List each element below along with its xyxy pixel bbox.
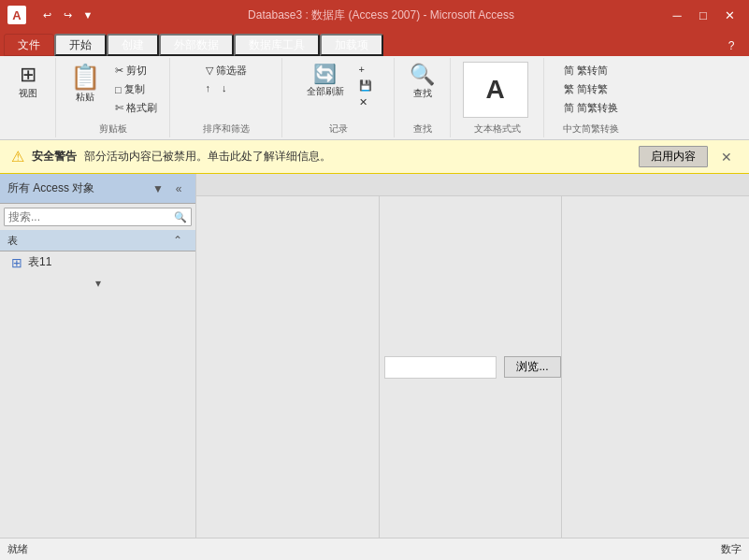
status-ready: 就绪 (7, 542, 28, 556)
filter-label: 排序和筛选 (203, 122, 250, 136)
status-right: 数字 (721, 542, 742, 556)
file-path-input[interactable] (384, 356, 497, 379)
quick-access: ↩ ↪ ▼ (37, 6, 97, 24)
nav-section-label: 表 (7, 234, 18, 248)
delete-record-button[interactable]: ✕ (354, 94, 377, 110)
vertical-divider-2 (561, 196, 562, 538)
asc-sort-button[interactable]: ↑ (201, 80, 216, 95)
simp-to-trad-button[interactable]: 繁 简转繁 (559, 80, 623, 98)
desc-icon: ↓ (222, 82, 227, 93)
window-controls: ─ □ ✕ (665, 5, 742, 25)
find-label-group: 查找 (413, 122, 432, 136)
help-button[interactable]: ? (721, 36, 742, 56)
security-bar: ⚠ 安全警告 部分活动内容已被禁用。单击此处了解详细信息。 启用内容 ✕ (0, 140, 749, 174)
clipboard-label: 剪贴板 (99, 122, 127, 136)
asc-icon: ↑ (206, 82, 211, 93)
refresh-button[interactable]: 🔄 全部刷新 (300, 62, 351, 101)
tab-create[interactable]: 创建 (107, 34, 159, 56)
security-label: 安全警告 (32, 149, 77, 165)
nav-section-header: 表 ⌃ (0, 230, 195, 251)
tab-home[interactable]: 开始 (54, 34, 107, 56)
records-group-content: 🔄 全部刷新 + 💾 ✕ (300, 62, 377, 121)
nav-dropdown-button[interactable]: ▼ (149, 179, 167, 198)
copy-button[interactable]: □ 复制 (110, 80, 162, 98)
paste-label: 粘贴 (76, 91, 94, 104)
view-icon: ⊞ (20, 65, 36, 85)
content-tabs-bar (196, 174, 749, 196)
redo-button[interactable]: ↪ (58, 6, 77, 24)
list-item[interactable]: ⊞ 表11 (0, 251, 195, 273)
view-group-content: ⊞ 视图 (9, 62, 47, 136)
view-button[interactable]: ⊞ 视图 (9, 62, 47, 103)
main-area: 所有 Access 对象 ▼ « 🔍 表 ⌃ ⊞ 表11 ▾ (0, 174, 749, 538)
filter-group-content: ▽ 筛选器 ↑ ↓ (201, 62, 252, 121)
ribbon-group-records: 🔄 全部刷新 + 💾 ✕ 记录 (282, 58, 395, 137)
enable-content-button[interactable]: 启用内容 (639, 146, 708, 167)
text-format-box: A (463, 62, 528, 118)
vertical-divider-1 (379, 196, 380, 538)
nav-expand-button[interactable]: ▾ (90, 275, 107, 292)
table-name: 表11 (28, 254, 51, 270)
filter-button[interactable]: ▽ 筛选器 (201, 62, 252, 79)
browse-button[interactable]: 浏览... (504, 356, 560, 378)
minimize-button[interactable]: ─ (665, 5, 689, 25)
ribbon-group-view: ⊞ 视图 (0, 58, 56, 137)
format-painter-button[interactable]: ✄ 格式刷 (110, 99, 162, 117)
tab-addins[interactable]: 加载项 (320, 34, 383, 56)
maximize-button[interactable]: □ (691, 5, 715, 25)
save-record-button[interactable]: 💾 (354, 78, 377, 93)
paste-button[interactable]: 📋 粘贴 (64, 62, 107, 107)
security-close-button[interactable]: ✕ (715, 148, 738, 166)
content-area: 浏览... (196, 174, 749, 538)
search-icon[interactable]: 🔍 (170, 209, 191, 225)
ribbon-tabs: 文件 开始 创建 外部数据 数据库工具 加载项 ? (0, 30, 749, 56)
title-bar: A ↩ ↪ ▼ Database3 : 数据库 (Access 2007) - … (0, 0, 749, 30)
nav-collapse-button[interactable]: « (169, 179, 188, 198)
find-label: 查找 (413, 87, 432, 100)
refresh-label: 全部刷新 (307, 85, 344, 98)
chinese-convert-col: 简 繁转简 繁 简转繁 简 简繁转换 (559, 62, 623, 117)
find-button[interactable]: 🔍 查找 (403, 62, 441, 103)
title-bar-left: A ↩ ↪ ▼ (7, 6, 97, 24)
close-button[interactable]: ✕ (717, 5, 742, 25)
quick-access-dropdown[interactable]: ▼ (79, 6, 97, 24)
ribbon-right-controls: ? (721, 36, 749, 56)
text-format-label: 文本格式式 (474, 122, 521, 136)
window-title: Database3 : 数据库 (Access 2007) - Microsof… (97, 7, 665, 23)
refresh-icon: 🔄 (313, 65, 337, 83)
tab-database-tools[interactable]: 数据库工具 (234, 34, 320, 56)
format-painter-icon: ✄ (115, 102, 123, 114)
tab-external-data[interactable]: 外部数据 (159, 34, 234, 56)
new-record-button[interactable]: + (354, 62, 377, 77)
simp-trad-convert-button[interactable]: 简 简繁转换 (559, 99, 623, 117)
records-label: 记录 (329, 122, 348, 136)
undo-button[interactable]: ↩ (37, 6, 56, 24)
search-input[interactable] (5, 208, 170, 225)
browse-container: 浏览... (384, 356, 560, 379)
trad-to-simp-button[interactable]: 简 繁转简 (559, 62, 623, 79)
cut-icon: ✂ (115, 65, 123, 77)
tab-file[interactable]: 文件 (4, 34, 54, 56)
ribbon-group-chinese-convert: 简 繁转简 繁 简转繁 简 简繁转换 中文简繁转换 (544, 58, 638, 137)
status-bar: 就绪 数字 (0, 538, 749, 560)
nav-section-collapse-button[interactable]: ⌃ (167, 232, 188, 249)
find-group-content: 🔍 查找 (403, 62, 441, 121)
records-col: + 💾 ✕ (354, 62, 377, 110)
clipboard-group-content: 📋 粘贴 ✂ 剪切 □ 复制 ✄ 格式刷 (64, 62, 162, 121)
nav-panel-header: 所有 Access 对象 ▼ « (0, 174, 195, 204)
access-logo: A (7, 6, 26, 24)
ribbon-group-find: 🔍 查找 查找 (395, 58, 451, 137)
ribbon-group-clipboard: 📋 粘贴 ✂ 剪切 □ 复制 ✄ 格式刷 剪贴板 (56, 58, 170, 137)
text-format-icon: A (485, 75, 504, 105)
cut-button[interactable]: ✂ 剪切 (110, 62, 162, 79)
find-icon: 🔍 (410, 65, 435, 85)
clipboard-col: ✂ 剪切 □ 复制 ✄ 格式刷 (110, 62, 162, 117)
table-icon: ⊞ (11, 255, 22, 270)
desc-sort-button[interactable]: ↓ (217, 80, 232, 95)
chinese-convert-content: 简 繁转简 繁 简转繁 简 简繁转换 (559, 62, 623, 121)
security-warning-icon: ⚠ (11, 148, 24, 165)
content-main: 浏览... (196, 196, 749, 538)
chinese-convert-label: 中文简繁转换 (563, 122, 619, 136)
nav-panel-title: 所有 Access 对象 (7, 180, 94, 196)
text-format-content: A (463, 62, 532, 121)
